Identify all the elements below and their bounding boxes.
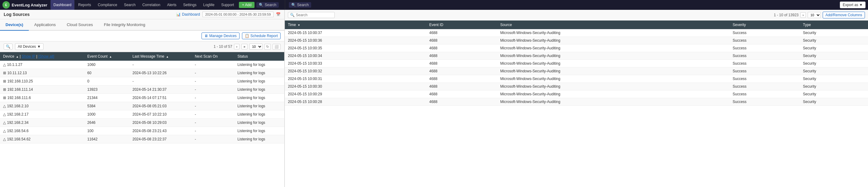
filter-dropdown[interactable]: All Devices ▼ bbox=[15, 43, 43, 50]
last-message-cell: 2024-05-13 10:22:26 bbox=[129, 69, 192, 77]
event-count-cell: 1060 bbox=[84, 61, 129, 69]
table-row[interactable]: ⊞192.168.111.6 21344 2024-05-14 07:17:51… bbox=[0, 94, 284, 102]
table-row[interactable]: 2024-05-15 10:00:30 4688 Microsoft-Windo… bbox=[285, 83, 868, 90]
linux-icon: △ bbox=[3, 137, 6, 141]
right-nav-search-box[interactable]: 🔍 Search bbox=[289, 2, 311, 8]
status-cell: Listening for logs bbox=[234, 110, 284, 118]
linux-icon: △ bbox=[3, 62, 6, 67]
col-source[interactable]: Source bbox=[497, 21, 730, 29]
nav-support[interactable]: Support bbox=[218, 0, 237, 10]
table-row[interactable]: △10.1.1.27 1060 - - Listening for logs bbox=[0, 61, 284, 69]
nav-compliance[interactable]: Compliance bbox=[95, 0, 120, 10]
table-row[interactable]: 2024-05-15 10:00:36 4688 Microsoft-Windo… bbox=[285, 37, 868, 45]
export-as-button[interactable]: Export as ▼ bbox=[840, 2, 866, 8]
severity-cell: Success bbox=[730, 98, 800, 106]
nav-correlation[interactable]: Correlation bbox=[140, 0, 163, 10]
col-type[interactable]: Type bbox=[800, 21, 868, 29]
tab-file-integrity[interactable]: File Integrity Monitoring bbox=[98, 19, 151, 31]
last-message-cell: 2024-05-07 10:22:10 bbox=[129, 110, 192, 118]
left-page-next[interactable]: › bbox=[234, 44, 240, 49]
type-cell: Security bbox=[800, 60, 868, 68]
col-event-count[interactable]: Event Count ▲ bbox=[84, 52, 129, 61]
status-cell: Listening for logs bbox=[234, 135, 284, 143]
event-id-cell: 4688 bbox=[426, 98, 497, 106]
schedule-report-label: Schedule Report bbox=[251, 34, 278, 38]
nav-reports[interactable]: Reports bbox=[75, 0, 94, 10]
severity-cell: Success bbox=[730, 45, 800, 52]
source-cell: Microsoft-Windows-Security-Auditing bbox=[497, 83, 730, 90]
nav-search-box[interactable]: 🔍 Search bbox=[256, 2, 279, 8]
table-row[interactable]: △192.168.2.10 5384 2024-05-08 05:21:03 -… bbox=[0, 102, 284, 110]
device-cell: ⊞192.168.110.25 bbox=[0, 77, 84, 85]
table-row[interactable]: 2024-05-15 10:00:34 4688 Microsoft-Windo… bbox=[285, 52, 868, 60]
col-severity[interactable]: Severity bbox=[730, 21, 800, 29]
col-time[interactable]: Time ▼ bbox=[285, 21, 426, 29]
nav-alerts[interactable]: Alerts bbox=[164, 0, 180, 10]
table-row[interactable]: 2024-05-15 10:00:33 4688 Microsoft-Windo… bbox=[285, 60, 868, 68]
type-cell: Security bbox=[800, 45, 868, 52]
right-table-scroll: Time ▼ Event ID Source Severity Type 202… bbox=[285, 21, 868, 187]
left-page-last[interactable]: » bbox=[241, 44, 247, 49]
left-per-page-select[interactable]: 10 25 50 bbox=[249, 44, 262, 50]
source-cell: Microsoft-Windows-Security-Auditing bbox=[497, 75, 730, 83]
right-per-page-select[interactable]: 10 25 50 bbox=[808, 12, 821, 18]
table-row[interactable]: 2024-05-15 10:00:28 4688 Microsoft-Windo… bbox=[285, 98, 868, 106]
table-row[interactable]: △192.168.2.34 2646 2024-05-08 10:29:03 -… bbox=[0, 118, 284, 127]
table-row[interactable]: △192.168.54.62 11642 2024-05-08 23:22:37… bbox=[0, 135, 284, 143]
col-status[interactable]: Status bbox=[234, 52, 284, 61]
next-scan-cell: - bbox=[192, 127, 234, 135]
last-message-cell: 2024-05-14 07:17:51 bbox=[129, 94, 192, 102]
tab-applications[interactable]: Applications bbox=[29, 19, 61, 31]
type-cell: Security bbox=[800, 98, 868, 106]
table-row[interactable]: 2024-05-15 10:00:37 4688 Microsoft-Windo… bbox=[285, 29, 868, 37]
table-row[interactable]: 2024-05-15 10:00:31 4688 Microsoft-Windo… bbox=[285, 75, 868, 83]
last-message-cell: 2024-05-14 21:30:37 bbox=[129, 85, 192, 94]
tab-cloud-sources[interactable]: Cloud Sources bbox=[61, 19, 98, 31]
nav-search[interactable]: Search bbox=[121, 0, 139, 10]
event-count-cell: 21344 bbox=[84, 94, 129, 102]
time-cell: 2024-05-15 10:00:35 bbox=[285, 45, 426, 52]
dashboard-button[interactable]: 📊 Dashboard bbox=[176, 12, 200, 17]
right-search-box[interactable]: 🔍 bbox=[288, 12, 335, 18]
device-cell: ⊞192.168.111.6 bbox=[0, 94, 84, 102]
table-row[interactable]: △192.168.54.6 100 2024-05-08 23:21:43 - … bbox=[0, 127, 284, 135]
show-all-link[interactable]: [Show all] bbox=[38, 54, 54, 58]
device-cell: ⊞192.168.111.14 bbox=[0, 85, 84, 94]
date-range[interactable]: 2024-05-01 00:00:00 - 2024-05-30 23:59:5… bbox=[203, 12, 274, 17]
status-cell: Listening for logs bbox=[234, 85, 284, 94]
right-search-input[interactable] bbox=[296, 13, 333, 17]
col-event-id[interactable]: Event ID bbox=[426, 21, 497, 29]
nav-dashboard[interactable]: Dashboard bbox=[51, 0, 75, 10]
calendar-icon[interactable]: 📅 bbox=[276, 12, 281, 17]
filter-search-box[interactable]: 🔍 bbox=[4, 44, 12, 50]
schedule-report-button[interactable]: 📋 Schedule Report bbox=[242, 32, 281, 39]
col-last-message[interactable]: Last Message Time ▲ bbox=[129, 52, 192, 61]
left-export-button[interactable]: ⬜ bbox=[273, 44, 281, 50]
schedule-icon: 📋 bbox=[245, 34, 249, 38]
add-remove-columns-button[interactable]: Add/Remove Columns bbox=[823, 12, 865, 18]
table-row[interactable]: ⊞192.168.111.14 13923 2024-05-14 21:30:3… bbox=[0, 85, 284, 94]
table-row[interactable]: △192.168.2.17 1000 2024-05-07 10:22:10 -… bbox=[0, 110, 284, 118]
nav-settings[interactable]: Settings bbox=[180, 0, 199, 10]
table-row[interactable]: 2024-05-15 10:00:35 4688 Microsoft-Windo… bbox=[285, 45, 868, 52]
col-next-scan[interactable]: Next Scan On bbox=[192, 52, 234, 61]
table-row[interactable]: ⊞10.11.12.13 60 2024-05-13 10:22:26 - Li… bbox=[0, 69, 284, 77]
table-row[interactable]: 2024-05-15 10:00:32 4688 Microsoft-Windo… bbox=[285, 68, 868, 75]
device-cell: △192.168.2.17 bbox=[0, 110, 84, 118]
table-row[interactable]: ⊞192.168.110.25 0 - - Listening for logs bbox=[0, 77, 284, 85]
time-cell: 2024-05-15 10:00:36 bbox=[285, 37, 426, 45]
nav-logme[interactable]: LogMe bbox=[200, 0, 217, 10]
right-page-next[interactable]: › bbox=[800, 12, 806, 18]
sort-icon-event-count: ▲ bbox=[109, 55, 112, 58]
status-cell: Listening for logs bbox=[234, 94, 284, 102]
device-cell: △192.168.2.10 bbox=[0, 102, 84, 110]
table-row[interactable]: 2024-05-15 10:00:29 4688 Microsoft-Windo… bbox=[285, 90, 868, 98]
add-button[interactable]: + Add bbox=[239, 2, 254, 8]
left-refresh-button[interactable]: ↻ bbox=[264, 44, 271, 50]
event-id-cell: 4688 bbox=[426, 29, 497, 37]
tab-devices[interactable]: Device(s) bbox=[0, 19, 29, 31]
manage-devices-button[interactable]: 🖥 Manage Devices bbox=[202, 32, 239, 39]
time-cell: 2024-05-15 10:00:29 bbox=[285, 90, 426, 98]
show-ip-link[interactable]: Show IP bbox=[22, 54, 35, 58]
col-device[interactable]: Device ▲ | Show IP | [Show all] bbox=[0, 52, 84, 61]
